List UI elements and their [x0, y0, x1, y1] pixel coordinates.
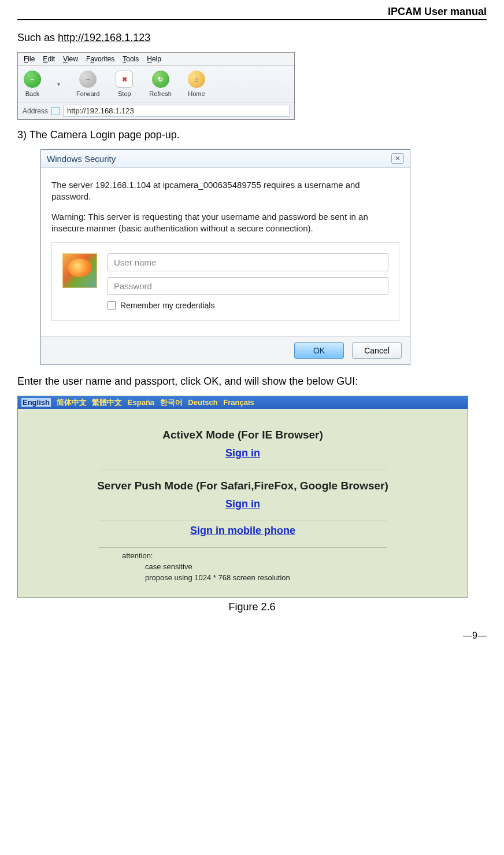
- stop-button[interactable]: ✖ Stop: [116, 71, 133, 97]
- page-header: IPCAM User manual: [17, 6, 487, 20]
- dialog-titlebar: Windows Security ✕: [41, 150, 410, 168]
- attention-block: attention: case sensitive propose using …: [122, 551, 433, 582]
- checkbox-icon[interactable]: [108, 301, 116, 309]
- attention-line-1: case sensitive: [145, 562, 433, 571]
- lang-english[interactable]: English: [21, 398, 51, 407]
- forward-label: Forward: [76, 90, 99, 97]
- step-3-text: 3) The Camera Login page pop-up.: [17, 129, 487, 141]
- cancel-button[interactable]: Cancel: [352, 342, 402, 359]
- separator: [99, 470, 387, 470]
- attention-label: attention:: [122, 551, 433, 560]
- ok-button[interactable]: OK: [294, 342, 344, 359]
- menu-favorites[interactable]: Favorites: [86, 55, 114, 63]
- lang-ko[interactable]: 한국어: [160, 398, 183, 407]
- menubar: File Edit View Favorites Tools Help: [18, 53, 294, 66]
- ie-page-icon: [51, 107, 60, 115]
- figure-browser-toolbar: File Edit View Favorites Tools Help ← Ba…: [17, 52, 295, 120]
- credential-box: User name Password Remember my credentia…: [51, 242, 399, 321]
- figure-security-dialog: Windows Security ✕ The server 192.168.1.…: [40, 149, 410, 365]
- home-label: Home: [188, 90, 205, 97]
- lang-es[interactable]: España: [128, 398, 154, 407]
- forward-button[interactable]: → Forward: [76, 71, 99, 97]
- menu-tools[interactable]: Tools: [123, 55, 139, 63]
- intro-url: http://192.168.1.123: [58, 32, 150, 43]
- dialog-message-1: The server 192.168.1.104 at ipcamera_000…: [51, 179, 399, 203]
- after-dialog-text: Enter the user name and passport, click …: [17, 375, 487, 388]
- menu-help[interactable]: Help: [147, 55, 161, 63]
- lang-fr[interactable]: Français: [223, 398, 254, 407]
- intro-line: Such as http://192.168.1.123: [17, 32, 487, 44]
- address-bar: Address http://192.168.1.123: [18, 102, 294, 119]
- figure-web-gui: English 简体中文 繁體中文 España 한국어 Deutsch Fra…: [17, 396, 468, 598]
- credential-icon: [62, 253, 97, 288]
- lang-zh-traditional[interactable]: 繁體中文: [92, 398, 122, 407]
- refresh-button[interactable]: ↻ Refresh: [149, 71, 172, 97]
- dialog-message-2: Warning: This server is requesting that …: [51, 211, 399, 235]
- arrow-left-icon: ←: [24, 71, 41, 88]
- dialog-footer: OK Cancel: [41, 336, 410, 364]
- menu-file[interactable]: File: [24, 55, 35, 63]
- refresh-label: Refresh: [149, 90, 172, 97]
- lang-de[interactable]: Deutsch: [188, 398, 217, 407]
- menu-view[interactable]: View: [63, 55, 78, 63]
- stop-label: Stop: [118, 90, 131, 97]
- back-label: Back: [25, 90, 39, 97]
- home-icon: ⌂: [188, 71, 205, 88]
- back-button[interactable]: ← Back: [24, 71, 41, 97]
- menu-edit[interactable]: Edit: [43, 55, 55, 63]
- dialog-title: Windows Security: [47, 154, 116, 164]
- remember-label: Remember my credentials: [120, 301, 214, 310]
- figure-caption: Figure 2.6: [17, 601, 487, 613]
- refresh-icon: ↻: [152, 71, 169, 88]
- home-button[interactable]: ⌂ Home: [188, 71, 205, 97]
- signin-activex-link[interactable]: Sign in: [53, 447, 433, 459]
- gui-content: ActiveX Mode (For IE Browser) Sign in Se…: [18, 409, 468, 597]
- close-icon[interactable]: ✕: [391, 153, 404, 164]
- stop-icon: ✖: [116, 71, 133, 88]
- separator: [99, 547, 387, 548]
- arrow-right-icon: →: [79, 71, 97, 88]
- address-label: Address: [23, 107, 48, 115]
- separator: [99, 521, 387, 521]
- signin-mobile-link[interactable]: Sign in mobile phone: [53, 525, 433, 537]
- signin-serverpush-link[interactable]: Sign in: [53, 498, 433, 510]
- toolbar-separator: ▾: [57, 81, 60, 87]
- mode-activex-title: ActiveX Mode (For IE Browser): [53, 429, 433, 441]
- address-input[interactable]: http://192.168.1.123: [63, 105, 290, 117]
- mode-serverpush-title: Server Push Mode (For Safari,FireFox, Go…: [53, 480, 433, 492]
- password-input[interactable]: Password: [108, 277, 388, 295]
- intro-prefix: Such as: [17, 32, 58, 43]
- lang-zh-simplified[interactable]: 简体中文: [57, 398, 87, 407]
- attention-line-2: propose using 1024 * 768 screen resoluti…: [145, 573, 433, 582]
- page-number: —9—: [17, 631, 487, 641]
- dialog-body: The server 192.168.1.104 at ipcamera_000…: [41, 168, 410, 336]
- username-input[interactable]: User name: [108, 253, 388, 271]
- toolbar: ← Back ▾ → Forward ✖ Stop ↻ Refresh ⌂ Ho…: [18, 66, 294, 102]
- language-bar: English 简体中文 繁體中文 España 한국어 Deutsch Fra…: [18, 396, 468, 409]
- remember-row[interactable]: Remember my credentials: [108, 301, 388, 310]
